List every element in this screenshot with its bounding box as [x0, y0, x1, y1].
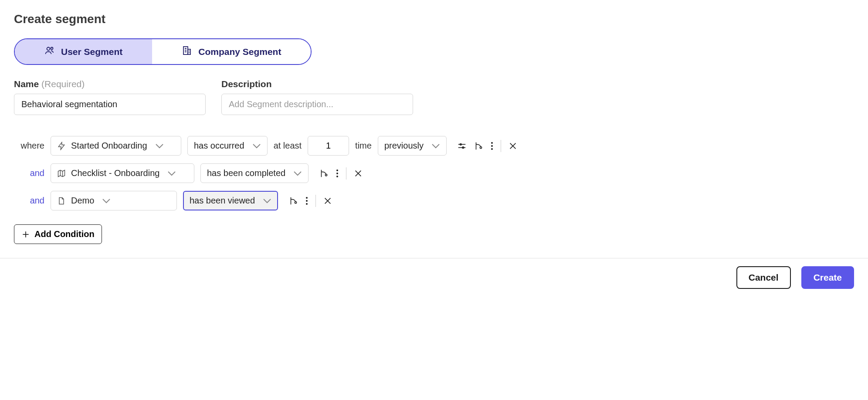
description-label: Description [221, 79, 413, 89]
description-input[interactable] [221, 94, 413, 115]
footer: Cancel Create [0, 258, 868, 298]
dropdown-value: Checklist - Onboarding [71, 168, 159, 178]
tab-label: User Segment [61, 47, 122, 57]
bolt-icon [57, 142, 66, 150]
map-icon [57, 169, 66, 178]
branch-icon[interactable] [288, 196, 298, 206]
svg-point-0 [47, 47, 50, 51]
chevron-down-icon [293, 171, 302, 176]
dropdown-value: has been completed [207, 168, 285, 178]
operator-dropdown[interactable]: has occurred [187, 136, 268, 156]
condition-row: and Checklist - Onboarding has been comp… [14, 163, 854, 183]
add-condition-button[interactable]: Add Condition [14, 224, 102, 244]
building-icon [182, 45, 192, 58]
page-icon [57, 197, 66, 205]
event-dropdown[interactable]: Demo [51, 191, 177, 210]
branch-icon[interactable] [319, 169, 329, 178]
event-dropdown[interactable]: Started Onboarding [51, 136, 181, 156]
plus-icon [21, 230, 30, 239]
tab-user-segment[interactable]: User Segment [15, 39, 152, 64]
operator-dropdown[interactable]: has been viewed [183, 191, 278, 210]
svg-rect-3 [188, 49, 190, 54]
at-least-label: at least [274, 141, 302, 151]
create-button[interactable]: Create [801, 266, 854, 289]
event-dropdown[interactable]: Checklist - Onboarding [51, 163, 194, 183]
svg-marker-17 [58, 170, 65, 176]
dropdown-value: has occurred [194, 141, 244, 151]
svg-point-1 [51, 47, 53, 50]
description-field-group: Description [221, 79, 413, 115]
dropdown-value: previously [384, 141, 424, 151]
timeframe-dropdown[interactable]: previously [378, 136, 447, 156]
more-icon[interactable] [490, 141, 494, 151]
svg-point-14 [480, 146, 481, 148]
dropdown-value: Started Onboarding [71, 141, 147, 151]
divider [315, 195, 316, 207]
chevron-down-icon [155, 143, 164, 149]
name-input[interactable] [14, 94, 206, 115]
count-input[interactable] [308, 136, 349, 156]
condition-row: where Started Onboarding has occurred at… [14, 136, 854, 156]
condition-row: and Demo has been viewed [14, 191, 854, 210]
dropdown-value: has been viewed [190, 196, 255, 206]
dropdown-value: Demo [71, 196, 94, 206]
cancel-button[interactable]: Cancel [736, 266, 791, 289]
condition-prefix: and [14, 168, 44, 178]
more-icon[interactable] [305, 196, 309, 206]
svg-marker-9 [58, 142, 64, 149]
name-field-group: Name (Required) [14, 79, 206, 115]
branch-icon[interactable] [474, 141, 483, 151]
users-icon [44, 45, 55, 58]
close-icon[interactable] [353, 169, 363, 178]
svg-rect-2 [183, 47, 188, 54]
divider [501, 140, 501, 152]
chevron-down-icon [431, 143, 440, 149]
close-icon[interactable] [323, 196, 332, 206]
tab-company-segment[interactable]: Company Segment [152, 39, 311, 64]
chevron-down-icon [102, 198, 111, 203]
close-icon[interactable] [508, 141, 518, 151]
tab-label: Company Segment [198, 47, 281, 57]
add-condition-label: Add Condition [34, 229, 95, 239]
more-icon[interactable] [336, 169, 339, 178]
segment-type-tabs: User Segment Company Segment [14, 38, 312, 65]
svg-point-23 [295, 201, 297, 203]
operator-dropdown[interactable]: has been completed [200, 163, 309, 183]
svg-point-20 [326, 174, 327, 176]
name-label: Name (Required) [14, 79, 206, 89]
filter-icon[interactable] [457, 141, 467, 151]
chevron-down-icon [167, 171, 176, 176]
page-title: Create segment [14, 12, 854, 26]
chevron-down-icon [252, 143, 261, 149]
divider [346, 167, 346, 180]
chevron-down-icon [263, 198, 271, 203]
unit-label: time [355, 141, 372, 151]
condition-prefix: and [14, 196, 44, 206]
condition-prefix: where [14, 141, 44, 151]
